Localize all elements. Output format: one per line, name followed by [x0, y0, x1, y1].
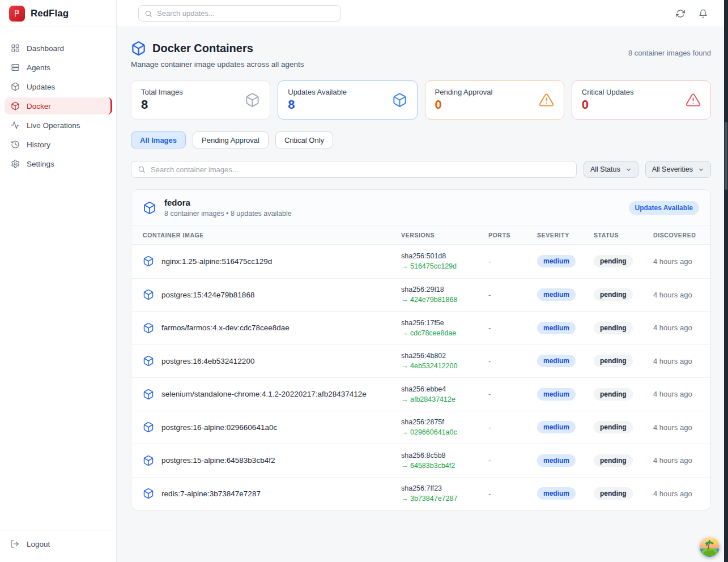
- warning-triangle-icon: [539, 92, 554, 108]
- refresh-icon: [676, 9, 685, 18]
- container-cube-icon: [143, 201, 156, 215]
- status-badge: pending: [594, 355, 633, 367]
- table-row[interactable]: postgres:15:424e79b81868 sha256:29f18 → …: [131, 278, 710, 312]
- container-image-name: postgres:16:4eb532412200: [161, 357, 254, 365]
- container-cube-icon: [143, 322, 154, 334]
- table-row[interactable]: postgres:15-alpine:64583b3cb4f2 sha256:8…: [131, 444, 710, 477]
- page-title: Docker Containers: [152, 42, 253, 55]
- sidebar-item-label: Docker: [27, 102, 51, 110]
- page-scrollbar[interactable]: [724, 0, 728, 562]
- sidebar-item-label: Updates: [27, 83, 55, 91]
- notifications-button[interactable]: [696, 7, 710, 20]
- stat-label: Critical Updates: [582, 88, 634, 96]
- severity-badge: medium: [537, 421, 576, 433]
- table-row[interactable]: selenium/standalone-chrome:4.1.2-2022021…: [131, 377, 710, 411]
- version-update: → 64583b3cb4f2: [401, 462, 488, 470]
- history-clock-icon: [11, 140, 20, 149]
- discovered-value: 4 hours ago: [653, 291, 710, 299]
- topbar: [117, 0, 728, 27]
- container-image-name: farmos/farmos:4.x-dev:cdc78cee8dae: [161, 323, 290, 332]
- stat-value: 8: [288, 98, 347, 112]
- sidebar-item-label: Agents: [27, 63, 50, 72]
- chevron-down-icon: [625, 167, 632, 173]
- severity-badge: medium: [537, 487, 576, 500]
- status-dropdown[interactable]: All Status: [584, 161, 638, 178]
- group-header: fedora 8 container images • 8 updates av…: [131, 190, 710, 225]
- version-current: sha256:501d8: [401, 252, 488, 260]
- stat-card-updates-available: Updates Available 8: [278, 80, 417, 120]
- status-badge: pending: [594, 322, 633, 334]
- container-cube-icon: [392, 92, 407, 108]
- version-update: → afb28437412e: [401, 395, 488, 403]
- version-update: → 029660641a0c: [401, 428, 488, 436]
- tab-critical-only[interactable]: Critical Only: [275, 131, 333, 148]
- discovered-value: 4 hours ago: [653, 357, 710, 365]
- table-row[interactable]: postgres:16-alpine:029660641a0c sha256:2…: [131, 411, 710, 444]
- global-search-box[interactable]: [138, 5, 341, 22]
- stat-card-pending-approval: Pending Approval 0: [425, 80, 564, 120]
- severity-dropdown[interactable]: All Severities: [645, 161, 711, 178]
- version-current: sha256:8c5b8: [401, 452, 488, 459]
- version-update: → 424e79b81868: [401, 296, 488, 304]
- main-area: Docker Containers Manage container image…: [117, 0, 728, 562]
- brand-logo-row: RedFlag: [0, 0, 116, 27]
- tropical-island-button[interactable]: [700, 537, 720, 557]
- version-current: sha256:2875f: [401, 418, 488, 426]
- ports-value: -: [488, 390, 537, 398]
- sidebar-item-history[interactable]: History: [5, 136, 112, 153]
- global-search-input[interactable]: [157, 9, 335, 18]
- discovered-value: 4 hours ago: [653, 456, 710, 465]
- scrollbar-thumb[interactable]: [725, 122, 727, 190]
- version-update: → 4eb532412200: [401, 362, 488, 370]
- severity-badge: medium: [537, 255, 576, 267]
- sidebar-item-live-operations[interactable]: Live Operations: [5, 117, 112, 134]
- table-row[interactable]: nginx:1.25-alpine:516475cc129d sha256:50…: [131, 245, 710, 278]
- discovered-value: 4 hours ago: [653, 489, 710, 498]
- stat-card-critical-updates: Critical Updates 0: [572, 80, 711, 120]
- refresh-button[interactable]: [674, 7, 687, 20]
- filter-tabs: All Images Pending Approval Critical Onl…: [131, 131, 711, 148]
- stat-label: Pending Approval: [435, 88, 493, 96]
- ports-value: -: [488, 291, 537, 299]
- container-cube-icon: [143, 488, 154, 499]
- tropical-island-icon: [700, 537, 720, 557]
- tab-all-images[interactable]: All Images: [131, 131, 186, 148]
- updates-available-badge: Updates Available: [629, 201, 699, 215]
- discovered-value: 4 hours ago: [653, 257, 710, 266]
- page-content: Docker Containers Manage container image…: [117, 27, 728, 562]
- ports-value: -: [488, 489, 537, 498]
- chevron-down-icon: [698, 167, 704, 173]
- container-image-name: selenium/standalone-chrome:4.1.2-2022021…: [161, 390, 367, 398]
- sidebar-item-dashboard[interactable]: Dashboard: [5, 40, 112, 57]
- container-image-name: redis:7-alpine:3b73847e7287: [161, 489, 261, 498]
- ports-value: -: [488, 257, 537, 266]
- sidebar: RedFlag Dashboard Agents Updates Docker …: [0, 0, 117, 562]
- sidebar-item-label: History: [27, 140, 50, 149]
- status-badge: pending: [594, 388, 633, 401]
- image-search-box[interactable]: [131, 161, 577, 178]
- sidebar-item-label: Settings: [27, 160, 54, 168]
- stat-card-total-images: Total Images 8: [131, 80, 270, 120]
- sidebar-item-updates[interactable]: Updates: [5, 78, 112, 95]
- table-row[interactable]: farmos/farmos:4.x-dev:cdc78cee8dae sha25…: [131, 311, 710, 344]
- gear-icon: [11, 159, 20, 168]
- status-badge: pending: [594, 421, 633, 433]
- discovered-value: 4 hours ago: [653, 323, 710, 332]
- sidebar-item-docker[interactable]: Docker: [5, 97, 112, 114]
- container-cube-icon: [143, 289, 154, 300]
- version-current: sha256:29f18: [401, 286, 488, 293]
- column-header: PORTS: [488, 232, 537, 239]
- tab-pending-approval[interactable]: Pending Approval: [193, 131, 269, 148]
- table-row[interactable]: redis:7-alpine:3b73847e7287 sha256:7ff23…: [131, 477, 710, 510]
- ports-value: -: [488, 423, 537, 432]
- image-search-input[interactable]: [151, 165, 570, 174]
- page-header: Docker Containers Manage container image…: [131, 41, 711, 69]
- logout-button[interactable]: Logout: [10, 539, 106, 548]
- table-row[interactable]: postgres:16:4eb532412200 sha256:4b802 → …: [131, 344, 710, 378]
- sidebar-item-agents[interactable]: Agents: [5, 59, 112, 76]
- status-badge: pending: [594, 487, 633, 500]
- sidebar-item-settings[interactable]: Settings: [5, 155, 112, 172]
- discovered-value: 4 hours ago: [653, 423, 710, 432]
- group-summary: 8 container images • 8 updates available: [164, 210, 292, 218]
- severity-badge: medium: [537, 322, 576, 334]
